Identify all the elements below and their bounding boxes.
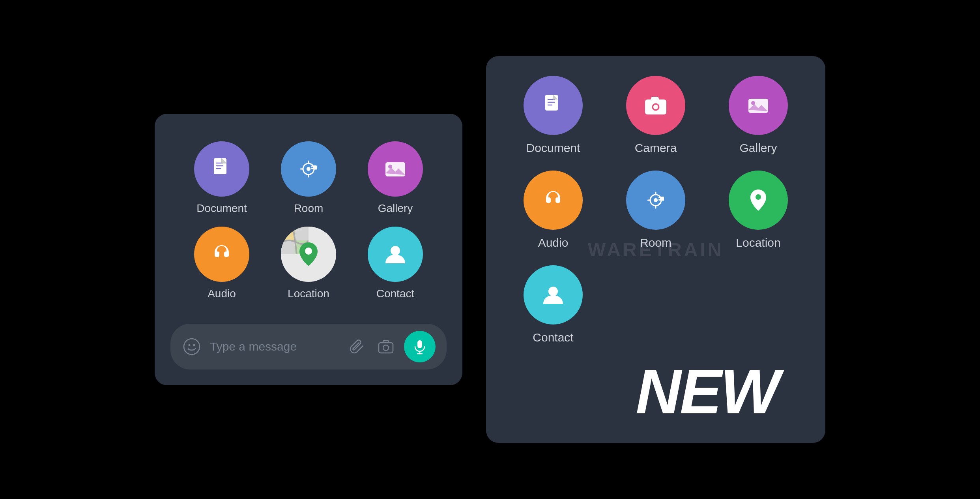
right-contact-icon-circle xyxy=(524,265,583,325)
left-location-item[interactable]: Location xyxy=(281,227,336,300)
new-text: NEW xyxy=(636,360,778,423)
attach-icon[interactable] xyxy=(347,336,368,357)
left-document-icon-circle xyxy=(194,141,249,197)
left-room-item[interactable]: Room xyxy=(281,141,336,215)
svg-rect-18 xyxy=(379,343,393,353)
left-panel: Document Room xyxy=(155,114,462,385)
right-gallery-label: Gallery xyxy=(739,141,777,155)
right-room-item[interactable]: Room xyxy=(626,171,685,250)
svg-point-33 xyxy=(756,194,761,200)
left-location-icon-circle xyxy=(281,227,336,282)
svg-rect-11 xyxy=(295,227,309,240)
svg-rect-20 xyxy=(417,340,422,348)
left-gallery-label: Gallery xyxy=(378,202,413,215)
svg-point-5 xyxy=(311,167,313,168)
gallery-icon-right xyxy=(744,92,772,119)
right-contact-label: Contact xyxy=(533,331,573,344)
camera-icon-right xyxy=(642,92,670,119)
right-camera-label: Camera xyxy=(635,141,677,155)
mic-button[interactable] xyxy=(404,331,436,362)
right-document-label: Document xyxy=(526,141,580,155)
left-audio-icon-circle xyxy=(194,227,249,282)
right-gallery-item[interactable]: Gallery xyxy=(729,76,788,155)
left-gallery-icon-circle xyxy=(368,141,423,197)
right-camera-icon-circle xyxy=(626,76,685,135)
new-badge: NEW xyxy=(636,360,778,423)
left-audio-label: Audio xyxy=(208,287,236,300)
audio-icon-left xyxy=(208,240,236,268)
right-location-label: Location xyxy=(736,236,780,250)
right-location-icon-circle xyxy=(729,171,788,230)
svg-point-3 xyxy=(307,167,310,171)
left-room-icon-circle xyxy=(281,141,336,197)
right-panel: WARETRAIN Document xyxy=(486,56,825,443)
svg-point-16 xyxy=(189,344,191,346)
document-icon xyxy=(208,155,236,183)
message-placeholder[interactable]: Type a message xyxy=(210,340,339,353)
left-contact-label: Contact xyxy=(376,287,415,300)
contact-icon-right xyxy=(539,281,567,309)
right-icon-grid: Document Camera xyxy=(506,76,806,423)
right-gallery-icon-circle xyxy=(729,76,788,135)
left-document-item[interactable]: Document xyxy=(194,141,249,215)
right-audio-label: Audio xyxy=(538,236,569,250)
svg-point-19 xyxy=(383,345,389,351)
svg-point-26 xyxy=(653,105,658,109)
right-room-icon-circle xyxy=(626,171,685,230)
right-audio-item[interactable]: Audio xyxy=(524,171,583,250)
right-room-label: Room xyxy=(640,236,671,250)
map-pin-icon xyxy=(295,240,322,268)
left-icon-grid: Document Room xyxy=(182,141,435,300)
svg-point-17 xyxy=(193,344,195,346)
room-icon xyxy=(295,155,322,183)
left-gallery-item[interactable]: Gallery xyxy=(368,141,423,215)
left-room-label: Room xyxy=(294,202,324,215)
room-icon-right xyxy=(642,186,670,214)
svg-point-15 xyxy=(184,339,200,355)
right-camera-item[interactable]: Camera xyxy=(626,76,685,155)
svg-point-32 xyxy=(658,198,660,199)
right-location-item[interactable]: Location xyxy=(729,171,788,250)
left-contact-icon-circle xyxy=(368,227,423,282)
right-audio-icon-circle xyxy=(524,171,583,230)
svg-point-13 xyxy=(305,248,312,255)
contact-icon-left xyxy=(382,240,409,268)
right-document-item[interactable]: Document xyxy=(524,76,583,155)
emoji-icon[interactable] xyxy=(181,336,202,357)
left-audio-item[interactable]: Audio xyxy=(194,227,249,300)
left-menu-area: Document Room xyxy=(170,129,447,312)
svg-rect-12 xyxy=(281,240,295,254)
left-document-label: Document xyxy=(196,202,247,215)
svg-point-14 xyxy=(391,246,400,255)
svg-point-30 xyxy=(654,198,658,202)
right-document-icon-circle xyxy=(524,76,583,135)
left-location-label: Location xyxy=(288,287,329,300)
left-contact-item[interactable]: Contact xyxy=(368,227,423,300)
gallery-icon-left xyxy=(382,155,409,183)
right-contact-item[interactable]: Contact xyxy=(524,265,583,344)
audio-icon-right xyxy=(539,186,567,214)
document-icon-right xyxy=(539,92,567,119)
svg-point-34 xyxy=(548,287,558,296)
location-icon-right xyxy=(744,186,772,214)
message-bar: Type a message xyxy=(170,324,447,370)
camera-msg-icon[interactable] xyxy=(376,336,396,357)
